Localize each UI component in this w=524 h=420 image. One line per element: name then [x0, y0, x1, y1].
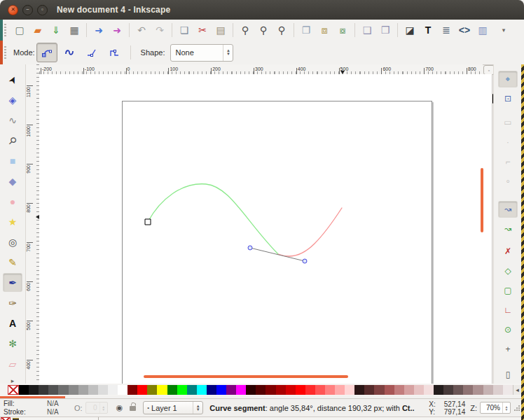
palette-swatch[interactable] [39, 385, 48, 395]
rectangle-tool[interactable]: ■ [3, 151, 22, 170]
toolbar-overflow-button[interactable]: ▾ [495, 21, 513, 39]
resize-grip[interactable] [513, 404, 521, 412]
palette-swatch[interactable] [226, 385, 236, 395]
palette-swatch[interactable] [147, 385, 157, 395]
opacity-spinbox[interactable]: 0 ▲▼ [85, 402, 108, 414]
spray-tool[interactable]: ✻ [3, 334, 22, 353]
palette-swatch[interactable] [325, 385, 335, 395]
palette-swatch[interactable] [177, 385, 187, 395]
layers-dialog[interactable]: ≣ [437, 21, 455, 39]
palette-swatch[interactable] [374, 385, 384, 395]
zoom-spinbox[interactable]: 70% ▲▼ [480, 402, 511, 414]
palette-swatch[interactable] [246, 385, 256, 395]
redo[interactable]: ↷ [151, 21, 169, 39]
group[interactable]: ❑ [358, 21, 376, 39]
palette-swatch[interactable] [493, 385, 503, 395]
unlink-clone[interactable]: ⧇ [333, 21, 352, 39]
palette-swatch[interactable] [503, 385, 513, 395]
palette-grip[interactable] [0, 385, 8, 395]
palette-swatch[interactable] [127, 385, 137, 395]
vertical-ruler[interactable]: 11001000900800700600500400 [26, 64, 40, 384]
palette-swatch[interactable] [453, 385, 463, 395]
ungroup[interactable]: ❒ [376, 21, 394, 39]
palette-swatch[interactable] [414, 385, 424, 395]
snap-bbox-corners[interactable]: ∙ [498, 134, 518, 150]
palette-swatch[interactable] [29, 385, 39, 395]
node-tool[interactable]: ◈ [3, 90, 22, 109]
pen-tool[interactable]: ✒ [3, 273, 22, 292]
toolbar-grip[interactable] [4, 24, 6, 36]
palette-swatch[interactable] [364, 385, 374, 395]
palette-swatch[interactable] [286, 385, 296, 395]
snap-cusp-nodes[interactable]: ◇ [498, 262, 518, 279]
eraser-tool[interactable]: ▱ [3, 354, 22, 373]
snap-enabled[interactable]: ⌖ [498, 71, 518, 88]
tweak-tool[interactable]: ∿ [3, 111, 22, 130]
shape-select-stepper[interactable]: ▲▼ [223, 45, 233, 61]
horizontal-ruler[interactable]: -200-1000100200300400500600700800 [39, 64, 483, 75]
style-indicator[interactable]: Fill: N/A Stroke: N/A [4, 400, 63, 416]
maximize-button[interactable]: ▫ [37, 5, 48, 15]
text-tool[interactable]: A [3, 314, 22, 332]
calligraphy-tool[interactable]: ✑ [3, 293, 22, 312]
close-button[interactable]: ✕ [8, 5, 18, 15]
palette-swatch[interactable] [108, 385, 118, 395]
star-tool[interactable]: ★ [3, 212, 22, 231]
open-document[interactable]: ▰ [29, 21, 47, 39]
duplicate[interactable]: ❐ [297, 21, 315, 39]
palette-swatch[interactable] [296, 385, 305, 395]
snap-bbox-edges[interactable]: ▭ [498, 114, 518, 131]
handle-node[interactable] [248, 246, 252, 250]
palette-swatch[interactable] [463, 385, 473, 395]
palette-swatch[interactable] [443, 385, 453, 395]
create-clone[interactable]: ⧈ [315, 21, 333, 39]
layer-lock-icon[interactable] [130, 406, 136, 411]
snap-path-intersections[interactable]: ✗ [498, 243, 518, 260]
ellipse-tool[interactable]: ● [3, 192, 22, 211]
palette-swatch[interactable] [187, 385, 197, 395]
palette-swatch[interactable] [345, 385, 354, 395]
palette-scroll-button[interactable]: ◂ [513, 385, 521, 395]
paraxial-mode-button[interactable] [104, 43, 125, 62]
cut[interactable]: ✂ [193, 21, 212, 39]
snap-nodes-paths[interactable]: ↝ [498, 201, 518, 218]
palette-swatch[interactable] [305, 385, 315, 395]
export[interactable]: ➜ [108, 21, 126, 39]
palette-swatch[interactable] [98, 385, 108, 395]
titlebar[interactable]: ✕ − ▫ New document 4 - Inkscape [0, 0, 524, 20]
import[interactable]: ➜ [90, 21, 108, 39]
handle-node[interactable] [303, 259, 307, 263]
palette-swatch[interactable] [335, 385, 345, 395]
vertical-scrollbar-thumb[interactable] [481, 168, 483, 232]
snap-object-centers[interactable]: ⊙ [498, 321, 518, 338]
spiro-mode-button[interactable] [59, 43, 80, 62]
zoom-selection[interactable]: ⚲ [236, 21, 254, 39]
palette-swatch[interactable] [157, 385, 167, 395]
toolbar-grip[interactable] [4, 46, 6, 59]
snap-smooth-nodes[interactable]: ▢ [498, 282, 518, 299]
print-document[interactable]: ▦ [65, 21, 83, 39]
snap-bbox-edge-midpoints[interactable]: ⌐ [498, 153, 518, 170]
palette-swatch[interactable] [19, 385, 29, 395]
snap-rotation-centers[interactable]: + [498, 341, 518, 358]
palette-swatch[interactable] [167, 385, 177, 395]
palette-swatch[interactable] [434, 385, 443, 395]
palette-swatch[interactable] [69, 385, 78, 395]
palette-swatch[interactable] [48, 385, 58, 395]
box3d-tool[interactable]: ◆ [3, 172, 22, 190]
shape-select[interactable]: None ▲▼ [170, 44, 233, 62]
palette-swatch[interactable] [404, 385, 414, 395]
text-dialog[interactable]: T [419, 21, 437, 39]
minimize-button[interactable]: − [22, 5, 33, 15]
palette-swatch[interactable] [473, 385, 483, 395]
horizontal-scrollbar-thumb[interactable] [144, 375, 348, 378]
snap-bounding-box[interactable]: ⊡ [498, 90, 518, 107]
palette-swatch[interactable] [216, 385, 226, 395]
xml-editor[interactable]: <> [455, 21, 474, 39]
palette-swatch[interactable] [236, 385, 246, 395]
zigzag-mode-button[interactable] [81, 43, 102, 62]
zoom-stepper[interactable]: ▲▼ [502, 402, 510, 413]
paste[interactable]: ▤ [212, 21, 230, 39]
palette-swatch[interactable] [385, 385, 394, 395]
palette-swatch[interactable] [276, 385, 286, 395]
